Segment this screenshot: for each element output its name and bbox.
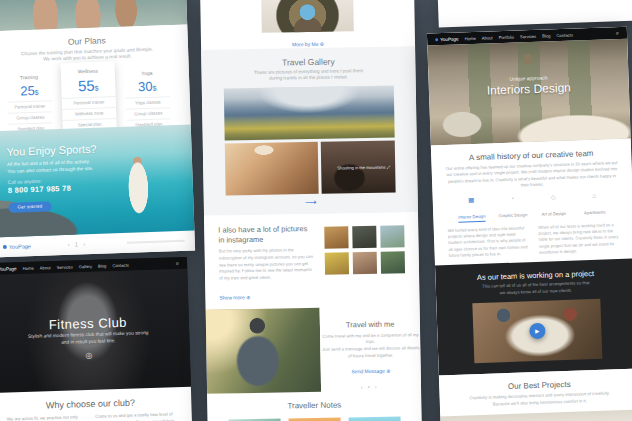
expand-icon: ⤢ [387,164,390,169]
notes-thumbnails [208,416,422,421]
pie-icon: ◔ [492,195,533,203]
diamond-icon: ◇ [533,194,574,202]
note-thumb-airplane[interactable] [289,417,342,421]
traveller-notes-section: Traveller Notes [207,390,422,421]
nav-item-gallery[interactable]: Gallery [79,263,92,268]
footer-pagination[interactable]: ‹1› [68,241,91,248]
footer-divider [127,240,185,244]
travel-page: More by Me ⊕ Travel Gallery These are pi… [200,0,422,421]
feature-art-of-design[interactable]: ◇ Art of Design [533,194,575,220]
site-logo[interactable]: YouPage [3,243,31,250]
feature-interior-design[interactable]: ▦ Interior Design [451,197,493,223]
interiors-page: YouPage Home About Portfolio Services Bl… [427,27,632,421]
history-body: Our entire offering has teamed up our cr… [446,160,619,191]
house-icon: ⌂ [574,192,615,200]
yoga-page: Our Plans Choose the training plan that … [0,0,195,257]
traveller-notes-title: Traveller Notes [207,399,421,412]
nav-item-blog[interactable]: Blog [98,263,107,268]
note-thumb-beach[interactable] [349,416,402,421]
play-button[interactable]: ▶ [529,323,546,340]
scroll-down-icon[interactable]: ◎ [0,348,190,363]
history-col1: We turned every kind of idea into beauti… [448,225,531,260]
hero-eyebrow: Unique approach [427,39,628,85]
instagram-section: I also have a lot of picturesin instagra… [204,212,420,310]
interiors-hero: Unique approach Interiors Design [427,39,630,146]
mountain-photo[interactable] [224,85,395,140]
logo-dot-icon [3,245,7,249]
history-col2: When all of our team is working hard on … [538,222,621,257]
get-started-button[interactable]: Get started [8,201,51,212]
site-logo[interactable]: YouPage [435,36,459,42]
feature-tabs: ▦ Interior Design ◔ Graphic Design ◇ Art… [451,192,616,222]
page-bottom-strip [437,0,632,27]
plus-circle-icon: ⊕ [386,368,390,374]
author-intro-section: More by Me ⊕ [200,0,415,50]
travel-with-me-title: Travel with me [320,319,420,330]
plan-name: Yoga [125,69,169,77]
nav-item-about[interactable]: About [40,265,51,270]
plan-name: Training [7,73,51,81]
team-working-photo: ▶ [472,299,602,363]
photo-overlay-caption: Shooting in the mountains ⤢ [337,164,390,170]
woman-hat-photo[interactable] [225,142,319,196]
backpacker-photo [206,307,322,393]
nav-item-services[interactable]: Services [520,33,536,39]
nav-item-portfolio[interactable]: Portfolio [499,34,515,40]
fitness-hero-title: Fitness Club [0,269,189,334]
author-portrait-photo [261,0,354,33]
why-col2: Come to us and get a totally new level o… [95,411,175,421]
instagram-body: But I'm very picky with my photos in the… [219,247,316,282]
template-showcase: Our Plans Choose the training plan that … [0,0,632,421]
feature-apartments[interactable]: ⌂ Apartments [574,192,616,218]
history-columns: We turned every kind of idea into beauti… [448,222,621,260]
why-choose-title: Why choose our club? [0,396,191,412]
plus-circle-icon: ⊕ [320,41,324,47]
slider-pagination[interactable]: ‹•› [321,383,421,391]
instagram-thumb[interactable] [324,226,348,248]
instagram-title: I also have a lot of picturesin instagra… [218,224,314,245]
instagram-thumb[interactable] [353,252,377,274]
more-by-me-link[interactable]: More by Me ⊕ [292,41,324,48]
plan-price: 55$ [61,76,116,95]
plan-name: Wellness [61,67,115,75]
instagram-text-block: I also have a lot of picturesin instagra… [218,224,315,303]
send-message-link[interactable]: Send Message ⊕ [351,368,390,375]
gallery-photo-row: Shooting in the mountains ⤢ [225,140,396,195]
travel-with-me-text: Travel with me Come travel with me and b… [320,306,421,392]
search-icon[interactable]: ⌕ [176,260,180,266]
dark-mountain-photo[interactable]: Shooting in the mountains ⤢ [321,140,396,193]
best-projects-section: Our Best Projects Creativity is making d… [439,369,632,417]
history-section: A small history of our creative team Our… [431,139,632,266]
nav-item-contacts[interactable]: Contacts [112,262,129,268]
search-icon[interactable]: ⌕ [616,30,620,36]
pricing-section: Our Plans Choose the training plan that … [0,25,191,132]
team-project-section: As our team is working on a project This… [435,259,632,376]
plan-price: 30$ [125,78,169,95]
next-icon: › [83,241,90,247]
nav-item-contacts[interactable]: Contacts [556,32,573,38]
travel-with-me-section: Travel with me Come travel with me and b… [206,306,421,394]
nav-item-blog[interactable]: Blog [542,33,551,38]
logo-dot-icon [435,38,438,41]
next-icon: › [375,384,382,390]
plan-price: 25$ [7,82,51,99]
plus-circle-icon: ⊕ [246,294,250,300]
instagram-thumb[interactable] [381,251,405,273]
nav-item-home[interactable]: Home [22,265,33,270]
nav-item-about[interactable]: About [482,35,493,40]
instagram-thumb[interactable] [352,226,376,248]
enjoy-sports-section: You Enjoy Sports? All the fun and a bit … [0,124,194,237]
nav-item-services[interactable]: Services [57,264,73,270]
show-more-link[interactable]: Show more ⊕ [219,294,250,301]
travel-gallery-section: Travel Gallery These are pictures of eve… [201,46,418,216]
fitness-page: YouPage Home About Services Gallery Blog… [0,257,193,421]
site-logo[interactable]: YouPage [0,266,17,272]
why-choose-section: Why choose our club? We are active fit, … [0,387,193,421]
grid-icon: ▦ [451,197,492,205]
instagram-thumb[interactable] [325,252,349,274]
fitness-hero: Fitness Club Stylish and modern fitness … [0,269,191,393]
why-choose-columns: We are active fit, we practice not only … [0,411,192,421]
feature-graphic-design[interactable]: ◔ Graphic Design [492,195,534,221]
instagram-thumb[interactable] [380,225,404,247]
nav-item-home[interactable]: Home [464,35,475,40]
